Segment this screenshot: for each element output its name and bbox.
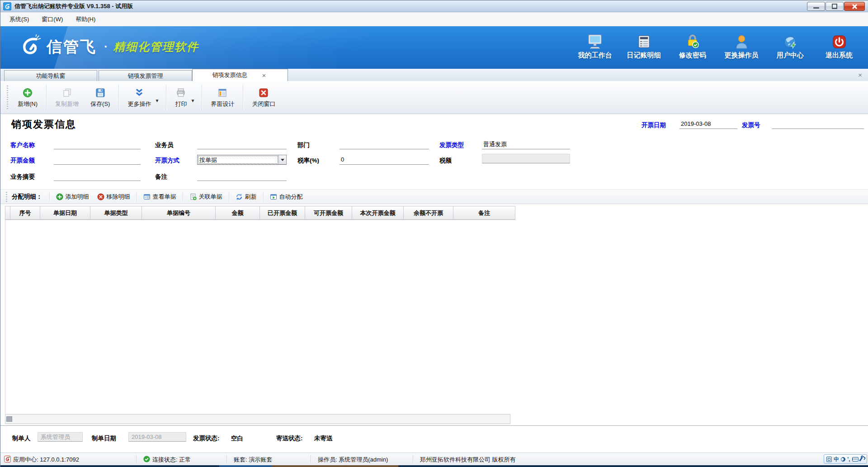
account-set-status: 账套: 演示账套	[234, 456, 272, 464]
brand-logo-icon	[17, 34, 42, 59]
minimize-button[interactable]	[807, 2, 825, 11]
brand-block: 信管飞 · 精细化管理软件	[17, 34, 199, 59]
banner-action-label: 用户中心	[777, 51, 804, 60]
banner-action-change-password[interactable]: 修改密码	[675, 33, 710, 60]
link-document-button[interactable]: 关联单据	[185, 191, 226, 203]
view-document-button[interactable]: 查看单据	[139, 191, 180, 203]
ui-design-button[interactable]: 界面设计	[205, 84, 240, 111]
connection-ok-icon	[143, 456, 150, 462]
banner-action-workbench[interactable]: 我的工作台	[577, 33, 613, 60]
document-add-icon	[189, 193, 197, 200]
tax-rate-input[interactable]	[340, 155, 429, 165]
restore-button[interactable]	[826, 2, 844, 11]
tab-function-nav[interactable]: 功能导航窗	[4, 70, 97, 81]
col-seq[interactable]: 序号	[10, 206, 40, 220]
banner-action-switch-operator[interactable]: 更换操作员	[724, 33, 759, 60]
customer-input[interactable]	[54, 139, 141, 149]
add-icon	[23, 88, 33, 98]
app-center-status: 应用中心: 127.0.0.1:7092	[13, 456, 79, 464]
col-balance-not-invoiced[interactable]: 余额不开票	[404, 206, 453, 220]
button-label: 新增(N)	[18, 100, 38, 108]
ime-tools-icon[interactable]	[859, 457, 863, 462]
toolbar-separator	[183, 192, 183, 201]
toolbar-separator	[49, 192, 50, 201]
col-remark[interactable]: 备注	[453, 206, 515, 220]
chevron-down-icon[interactable]	[278, 155, 286, 164]
tax-amount-label: 税额	[439, 157, 452, 165]
tab-sales-invoice-mgmt[interactable]: 销项发票管理	[99, 70, 192, 81]
close-window-button[interactable]: 关闭窗口	[246, 84, 281, 111]
invoice-no-label: 发票号	[742, 121, 760, 129]
invoice-type-label: 发票类型	[439, 141, 464, 149]
banner-action-user-center[interactable]: 用户中心	[773, 33, 808, 60]
app-center-logo-icon	[4, 456, 11, 462]
taskbar-segment	[272, 465, 398, 467]
ime-halfwidth-icon[interactable]	[841, 457, 845, 462]
invoice-date-input[interactable]	[679, 119, 737, 129]
salesman-input[interactable]	[197, 139, 287, 149]
button-label: 查看单据	[153, 193, 176, 201]
brand-name: 信管飞	[47, 37, 97, 57]
billing-mode-value: 按单据	[198, 155, 278, 164]
col-current-invoice-amount[interactable]: 本次开票金额	[352, 206, 404, 220]
col-invoiced-amount[interactable]: 已开票金额	[260, 206, 305, 220]
tab-close-icon[interactable]: ×	[262, 72, 266, 79]
tabstrip-close-icon[interactable]: ×	[858, 71, 862, 79]
button-label: 界面设计	[211, 100, 234, 108]
customer-label: 客户名称	[10, 141, 35, 149]
taskbar-edge	[0, 465, 868, 467]
tax-rate-label: 税率(%)	[297, 157, 319, 165]
amount-label: 开票金额	[10, 157, 35, 165]
refresh-button[interactable]: 刷新	[231, 191, 261, 203]
divider	[226, 455, 227, 463]
ime-lang-icon[interactable]: 中	[834, 457, 839, 462]
ime-mode-icon[interactable]	[826, 457, 832, 462]
minimize-icon	[813, 7, 819, 9]
invoice-no-input[interactable]	[772, 119, 864, 129]
restore-icon	[832, 4, 837, 9]
form-panel: 销项发票信息 开票日期 发票号 客户名称 业务员 部门 发票类型 开票金额 开票…	[0, 114, 868, 453]
banner-action-label: 更换操作员	[725, 51, 759, 60]
col-doc-no[interactable]: 单据编号	[142, 206, 216, 220]
horizontal-scrollbar[interactable]	[5, 414, 510, 424]
summary-input[interactable]	[54, 171, 141, 181]
divider	[311, 455, 311, 463]
menu-system[interactable]: 系统(S)	[4, 14, 34, 25]
department-input[interactable]	[340, 139, 429, 149]
salesman-label: 业务员	[155, 141, 174, 149]
invoice-date-label: 开票日期	[642, 121, 666, 129]
close-button[interactable]	[844, 2, 865, 11]
amount-input[interactable]	[54, 155, 141, 165]
divider	[413, 455, 413, 463]
remove-detail-button[interactable]: 移除明细	[93, 191, 134, 203]
banner-action-journal[interactable]: 日记账明细	[626, 33, 661, 60]
window-title: 信管飞出纳记账软件专业版 V9.1.358 - 试用版	[14, 2, 133, 10]
brand-banner: 信管飞 · 精细化管理软件 我的工作台 日记账明细 修改密码	[0, 26, 868, 69]
printer-icon	[176, 88, 186, 98]
ime-language-bar: 中 ’,	[824, 454, 867, 464]
ime-punctuation-icon[interactable]: ’,	[847, 457, 850, 462]
auto-assign-button[interactable]: 自动分配	[266, 191, 307, 203]
col-amount[interactable]: 金额	[216, 206, 260, 220]
copy-new-button[interactable]: 复制新增	[49, 84, 85, 111]
new-button[interactable]: 新增(N)	[12, 84, 43, 111]
menu-window[interactable]: 窗口(W)	[36, 14, 68, 25]
invoice-type-input[interactable]	[482, 139, 570, 149]
ime-keyboard-icon[interactable]	[852, 457, 859, 462]
billing-mode-select[interactable]: 按单据	[197, 155, 287, 165]
menu-help[interactable]: 帮助(H)	[70, 14, 101, 25]
col-doc-type[interactable]: 单据类型	[90, 206, 142, 220]
save-button[interactable]: 保存(S)	[85, 84, 116, 111]
page-title: 销项发票信息	[11, 118, 76, 131]
print-button[interactable]: 打印 ▼	[169, 84, 199, 111]
remark-input[interactable]	[197, 171, 287, 181]
connection-status: 连接状态: 正常	[152, 456, 191, 464]
button-label: 更多操作	[127, 100, 151, 108]
col-invoicable-amount[interactable]: 可开票金额	[305, 206, 352, 220]
scrollbar-thumb[interactable]	[6, 416, 12, 422]
add-detail-button[interactable]: 添加明细	[52, 191, 93, 203]
tab-sales-invoice-info[interactable]: 销项发票信息 ×	[192, 69, 288, 81]
banner-action-exit[interactable]: 退出系统	[821, 33, 857, 60]
col-doc-date[interactable]: 单据日期	[40, 206, 90, 220]
more-actions-button[interactable]: 更多操作 ▼	[122, 84, 163, 111]
